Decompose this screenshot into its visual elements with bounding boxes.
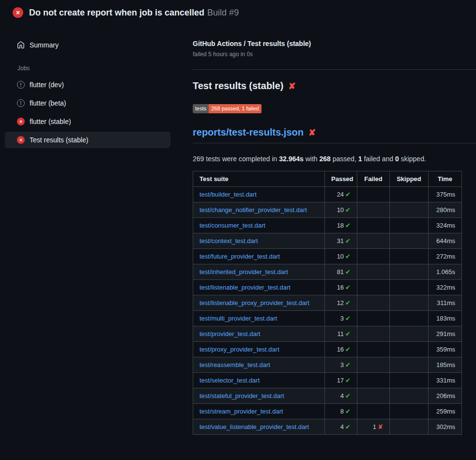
suite-link[interactable]: test/builder_test.dart xyxy=(200,191,257,198)
suite-link[interactable]: test/selector_test.dart xyxy=(200,377,260,384)
failed-cell xyxy=(357,295,390,311)
jobs-list: ! flutter (dev) ! flutter (beta) ✕ flutt… xyxy=(5,77,170,148)
suite-link[interactable]: test/stateful_provider_test.dart xyxy=(200,392,284,399)
table-row: test/selector_test.dart 17✔ 331ms xyxy=(193,373,462,388)
failed-cell xyxy=(357,373,390,388)
page-body: Summary Jobs ! flutter (dev) ! flutter (… xyxy=(0,24,476,435)
x-glyph: ✕ xyxy=(15,10,20,16)
passed-cell: 81✔ xyxy=(325,264,357,280)
suite-link[interactable]: test/future_provider_test.dart xyxy=(200,253,280,260)
job-label: flutter (beta) xyxy=(30,99,66,107)
main-content: GitHub Actions / Test results (stable) f… xyxy=(185,24,476,435)
summary-text: with xyxy=(304,155,320,163)
passed-count: 16 xyxy=(337,284,344,291)
time-cell: 302ms xyxy=(429,419,462,435)
sidebar-job-item[interactable]: ✕ Test results (stable) xyxy=(5,132,170,148)
passed-count: 12 xyxy=(337,299,344,307)
suite-cell: test/consumer_test.dart xyxy=(193,218,325,233)
sidebar-item-summary[interactable]: Summary xyxy=(5,37,170,53)
table-row: test/context_test.dart 31✔ 644ms xyxy=(193,233,462,249)
suite-link[interactable]: test/proxy_provider_test.dart xyxy=(200,346,279,353)
check-icon: ✔ xyxy=(345,330,351,337)
passed-count: 31 xyxy=(337,237,344,245)
suite-link[interactable]: test/reassemble_test.dart xyxy=(200,361,270,368)
passed-cell: 31✔ xyxy=(325,233,357,249)
skipped-cell xyxy=(390,373,429,388)
suite-link[interactable]: test/provider_test.dart xyxy=(200,330,261,337)
passed-cell: 3✔ xyxy=(325,357,357,373)
jobs-heading: Jobs xyxy=(17,65,170,72)
skipped-cell xyxy=(390,218,429,233)
failed-cell: 1✘ xyxy=(357,419,390,435)
passed-count: 10 xyxy=(337,206,344,214)
failed-cell xyxy=(357,311,390,326)
passed-count: 11 xyxy=(338,330,344,337)
skipped-cell xyxy=(390,249,429,264)
col-header-passed: Passed xyxy=(325,171,357,187)
suite-cell: test/multi_provider_test.dart xyxy=(193,311,325,326)
skipped-cell xyxy=(390,388,429,404)
badge-label: tests xyxy=(193,104,209,113)
suite-link[interactable]: test/stream_provider_test.dart xyxy=(200,408,283,415)
sidebar-job-item[interactable]: ✕ flutter (stable) xyxy=(5,113,170,130)
passed-count: 4 xyxy=(340,423,344,430)
check-icon: ✔ xyxy=(345,284,351,291)
suite-cell: test/stream_provider_test.dart xyxy=(193,404,325,419)
suite-link[interactable]: test/change_notifier_provider_test.dart xyxy=(200,206,307,214)
time-cell: 1.065s xyxy=(429,264,462,280)
check-icon: ✔ xyxy=(345,315,351,322)
x-circle-icon: ✕ xyxy=(17,136,25,144)
check-icon: ✔ xyxy=(345,299,351,307)
skipped-cell xyxy=(390,404,429,419)
passed-cell: 4✔ xyxy=(325,419,357,435)
time-cell: 259ms xyxy=(429,404,462,419)
suite-cell: test/future_provider_test.dart xyxy=(193,249,325,264)
suite-link[interactable]: test/listenable_provider_test.dart xyxy=(200,284,291,291)
suite-cell: test/context_test.dart xyxy=(193,233,325,249)
passed-cell: 8✔ xyxy=(325,404,357,419)
time-cell: 322ms xyxy=(429,280,462,295)
results-table: Test suite Passed Failed Skipped Time te… xyxy=(193,171,462,435)
failed-cell xyxy=(357,280,390,295)
section-title: Test results (stable) ✘ xyxy=(193,80,476,92)
table-row: test/value_listenable_provider_test.dart… xyxy=(193,419,462,435)
suite-link[interactable]: test/multi_provider_test.dart xyxy=(200,315,277,322)
suite-cell: test/listenable_provider_test.dart xyxy=(193,280,325,295)
report-file-link[interactable]: reports/test-results.json xyxy=(193,127,304,138)
passed-count: 18 xyxy=(337,222,344,229)
passed-cell: 11✔ xyxy=(325,326,357,342)
suite-link[interactable]: test/listenable_proxy_provider_test.dart xyxy=(200,299,309,307)
results-table-head: Test suite Passed Failed Skipped Time xyxy=(193,171,462,187)
job-label: flutter (dev) xyxy=(30,81,64,89)
skipped-cell xyxy=(390,419,429,435)
tests-badge: tests 268 passed, 1 failed xyxy=(193,104,261,113)
suite-link[interactable]: test/value_listenable_provider_test.dart xyxy=(200,423,309,430)
summary-text: failed and xyxy=(362,155,396,163)
table-row: test/future_provider_test.dart 10✔ 272ms xyxy=(193,249,462,264)
skipped-cell xyxy=(390,326,429,342)
build-number: Build #9 xyxy=(207,8,239,17)
job-label: Test results (stable) xyxy=(30,136,88,144)
suite-link[interactable]: test/consumer_test.dart xyxy=(200,222,265,229)
failed-cell xyxy=(357,233,390,249)
x-circle-icon: ✕ xyxy=(17,118,25,125)
failed-count: 1 xyxy=(373,423,376,430)
suite-link[interactable]: test/context_test.dart xyxy=(200,237,258,245)
check-icon: ✔ xyxy=(345,408,351,415)
sidebar-job-item[interactable]: ! flutter (beta) xyxy=(5,95,170,111)
time-cell: 324ms xyxy=(429,218,462,233)
suite-link[interactable]: test/inherited_provider_test.dart xyxy=(200,268,288,276)
col-header-time: Time xyxy=(429,171,462,187)
suite-cell: test/reassemble_test.dart xyxy=(193,357,325,373)
suite-cell: test/inherited_provider_test.dart xyxy=(193,264,325,280)
section-title-text: Test results (stable) xyxy=(193,80,283,92)
alert-circle-icon: ! xyxy=(17,99,25,107)
suite-cell: test/builder_test.dart xyxy=(193,187,325,202)
failed-cell xyxy=(357,187,390,202)
results-summary: 269 tests were completed in 32.964s with… xyxy=(193,155,476,163)
passed-cell: 12✔ xyxy=(325,295,357,311)
sidebar-job-item[interactable]: ! flutter (dev) xyxy=(5,77,170,93)
failed-x-icon: ✘ xyxy=(288,81,295,92)
check-icon: ✔ xyxy=(345,222,351,229)
breadcrumb: GitHub Actions / Test results (stable) xyxy=(193,40,476,47)
